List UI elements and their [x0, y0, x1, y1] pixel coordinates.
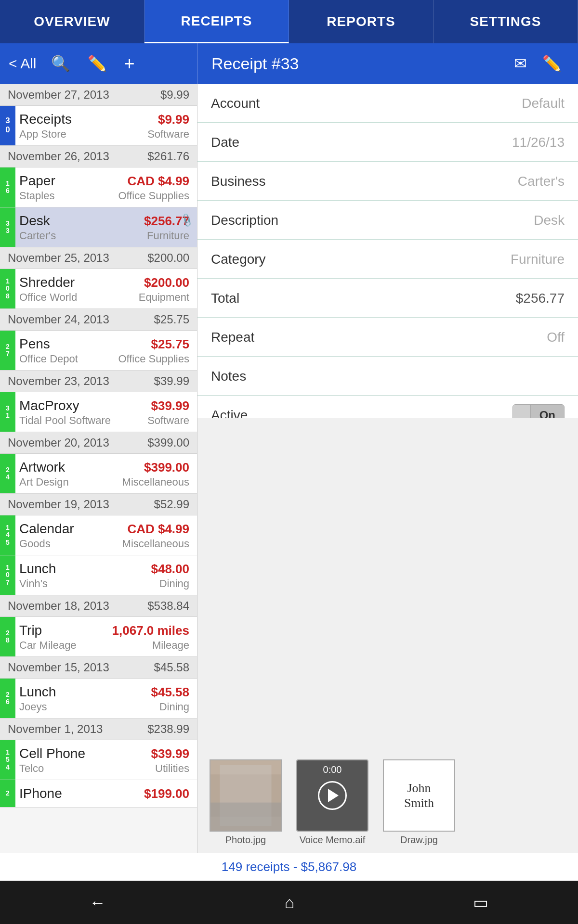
- item-name: Lunch: [19, 561, 56, 577]
- sub-header-right: Receipt #33 ✉ ✏️: [197, 43, 578, 84]
- list-item[interactable]: 16 Paper CAD $4.99 Staples Office Suppli…: [0, 167, 197, 207]
- back-label: < All: [9, 55, 37, 72]
- item-name: Trip: [19, 623, 42, 638]
- date-row: November 23, 2013 $39.99: [0, 371, 197, 392]
- list-item[interactable]: 26 Lunch $45.58 Joeys Dining: [0, 679, 197, 719]
- item-category: Software: [147, 414, 189, 427]
- list-item[interactable]: 24 Artwork $399.00 Art Design Miscellane…: [0, 454, 197, 494]
- status-bar: 149 receipts - $5,867.98: [0, 853, 578, 881]
- item-category: Miscellaneous: [122, 476, 189, 488]
- field-value: 11/26/13: [512, 135, 565, 150]
- detail-row-repeat[interactable]: Repeat Off: [197, 318, 578, 357]
- list-item[interactable]: 145 Calendar CAD $4.99 Goods Miscellaneo…: [0, 515, 197, 555]
- android-recent-button[interactable]: ▭: [473, 893, 488, 912]
- detail-row-active[interactable]: Active On: [197, 396, 578, 418]
- detail-row-account[interactable]: Account Default: [197, 84, 578, 123]
- list-item[interactable]: 108 Shredder $200.00 Office World Equipm…: [0, 269, 197, 309]
- attachment-photo[interactable]: Photo.jpg: [207, 759, 284, 846]
- list-item[interactable]: 107 Lunch $48.00 Vinh's Dining: [0, 555, 197, 595]
- active-toggle[interactable]: On: [512, 404, 565, 418]
- list-item[interactable]: 2 IPhone $199.00: [0, 780, 197, 808]
- item-number: 107: [0, 555, 15, 595]
- item-name: Lunch: [19, 684, 56, 700]
- field-value: $256.77: [516, 291, 565, 306]
- play-button[interactable]: [318, 781, 347, 810]
- tab-reports[interactable]: REPORTS: [289, 0, 434, 43]
- item-number: 26: [0, 679, 15, 718]
- item-name: Receipts: [19, 112, 72, 127]
- date-row: November 27, 2013 $9.99: [0, 84, 197, 106]
- edit-button[interactable]: ✏️: [85, 51, 110, 76]
- field-label: Active: [211, 408, 248, 418]
- item-amount: $200.00: [144, 275, 189, 290]
- list-item[interactable]: 33 Desk $256.77 Carter's Furniture 📎: [0, 207, 197, 247]
- field-label: Business: [211, 174, 266, 189]
- voice-label: Voice Memo.aif: [300, 834, 366, 846]
- search-button[interactable]: 🔍: [48, 51, 73, 76]
- detail-row-description[interactable]: Description Desk: [197, 201, 578, 240]
- attachment-voice[interactable]: 0:00 Voice Memo.aif: [294, 759, 371, 846]
- item-number: 24: [0, 454, 15, 493]
- detail-row-total[interactable]: Total $256.77: [197, 279, 578, 318]
- voice-thumbnail: 0:00: [296, 759, 368, 832]
- add-button[interactable]: +: [121, 51, 138, 77]
- detail-fields: Account Default Date 11/26/13 Business C…: [197, 84, 578, 418]
- email-button[interactable]: ✉: [511, 51, 530, 76]
- play-icon: [328, 789, 339, 802]
- android-back-button[interactable]: ←: [90, 893, 106, 912]
- detail-row-date[interactable]: Date 11/26/13: [197, 123, 578, 162]
- item-sub: Office World: [19, 291, 77, 304]
- list-item[interactable]: 154 Cell Phone $39.99 Telco Utilities: [0, 740, 197, 780]
- svg-rect-3: [210, 803, 281, 831]
- back-button[interactable]: < All: [9, 55, 37, 72]
- attachment-draw[interactable]: JohnSmith Draw.jpg: [381, 759, 458, 846]
- item-category: Equipment: [139, 291, 189, 304]
- toggle-on: On: [530, 405, 564, 418]
- item-number: 28: [0, 617, 15, 656]
- item-number: 145: [0, 515, 15, 555]
- field-value: Carter's: [518, 174, 565, 189]
- item-name: Pens: [19, 336, 50, 352]
- tab-overview[interactable]: OVERVIEW: [0, 0, 144, 43]
- item-sub: Art Design: [19, 476, 69, 488]
- item-amount: $48.00: [151, 562, 189, 577]
- receipt-title: Receipt #33: [211, 54, 511, 73]
- item-sub: Staples: [19, 190, 54, 202]
- tab-receipts[interactable]: RECEIPTS: [144, 0, 289, 43]
- item-category: Office Supplies: [118, 190, 189, 202]
- item-category: Utilities: [155, 762, 189, 775]
- tab-settings[interactable]: SETTINGS: [434, 0, 578, 43]
- detail-row-business[interactable]: Business Carter's: [197, 162, 578, 201]
- detail-row-notes[interactable]: Notes: [197, 357, 578, 396]
- item-amount: $25.75: [151, 337, 189, 352]
- receipt-detail: Account Default Date 11/26/13 Business C…: [197, 84, 578, 853]
- date-row: November 19, 2013 $52.99: [0, 494, 197, 515]
- item-amount: $9.99: [158, 112, 189, 127]
- detail-empty-area: [197, 418, 578, 752]
- list-item[interactable]: 31 MacProxy $39.99 Tidal Pool Software S…: [0, 392, 197, 432]
- item-category: Mileage: [152, 639, 189, 652]
- date-row: November 26, 2013 $261.76: [0, 146, 197, 167]
- item-category: Dining: [159, 578, 189, 590]
- field-label: Notes: [211, 369, 246, 384]
- item-name: Calendar: [19, 521, 74, 537]
- field-value: Default: [522, 96, 565, 111]
- list-item[interactable]: 28 Trip 1,067.0 miles Car Mileage Mileag…: [0, 617, 197, 657]
- item-name: Artwork: [19, 460, 65, 475]
- item-number: 33: [0, 207, 15, 247]
- item-name: MacProxy: [19, 398, 79, 413]
- detail-row-category[interactable]: Category Furniture: [197, 240, 578, 279]
- date-row: November 18, 2013 $538.84: [0, 595, 197, 617]
- detail-edit-button[interactable]: ✏️: [539, 51, 565, 76]
- item-sub: Office Depot: [19, 353, 78, 365]
- toggle-off: [513, 405, 530, 418]
- android-home-button[interactable]: ⌂: [285, 893, 295, 912]
- list-item[interactable]: 30 Receipts $9.99 App Store Software: [0, 106, 197, 146]
- item-name: IPhone: [19, 786, 62, 801]
- voice-time: 0:00: [297, 764, 368, 775]
- item-name: Desk: [19, 213, 50, 229]
- date-row: November 20, 2013 $399.00: [0, 432, 197, 454]
- list-item[interactable]: 27 Pens $25.75 Office Depot Office Suppl…: [0, 331, 197, 371]
- date-row: November 24, 2013 $25.75: [0, 309, 197, 331]
- item-number: 30: [0, 106, 15, 145]
